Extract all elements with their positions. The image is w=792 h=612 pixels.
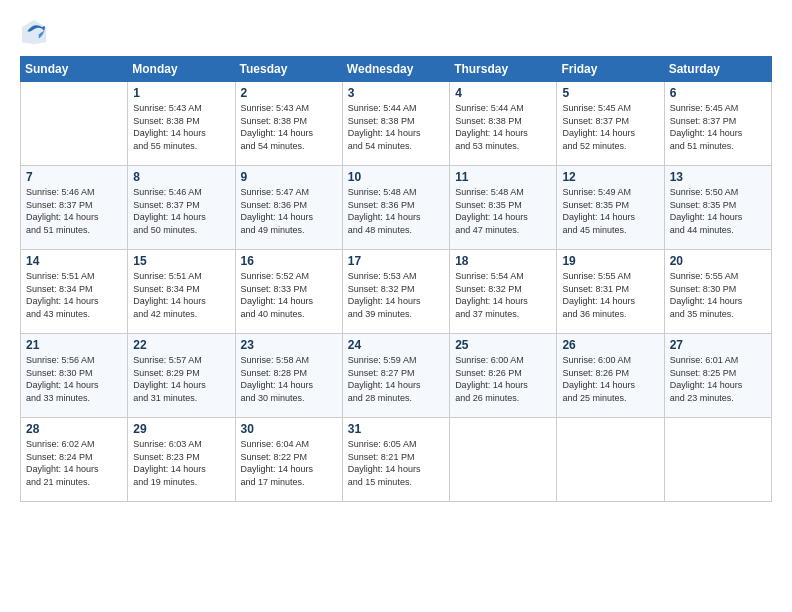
- cell-info: Sunrise: 5:53 AM: [348, 270, 444, 283]
- day-number: 21: [26, 338, 122, 352]
- cell-info: Sunrise: 5:56 AM: [26, 354, 122, 367]
- cell-info: Daylight: 14 hours: [26, 463, 122, 476]
- cell-info: and 25 minutes.: [562, 392, 658, 405]
- calendar-week-row: 1Sunrise: 5:43 AMSunset: 8:38 PMDaylight…: [21, 82, 772, 166]
- day-number: 16: [241, 254, 337, 268]
- cell-info: Daylight: 14 hours: [348, 379, 444, 392]
- cell-info: Daylight: 14 hours: [26, 211, 122, 224]
- logo: [20, 20, 50, 48]
- cell-info: Sunset: 8:27 PM: [348, 367, 444, 380]
- cell-info: Sunrise: 5:48 AM: [348, 186, 444, 199]
- cell-info: Daylight: 14 hours: [455, 295, 551, 308]
- cell-info: Daylight: 14 hours: [26, 379, 122, 392]
- cell-info: and 54 minutes.: [241, 140, 337, 153]
- cell-info: Sunrise: 5:46 AM: [26, 186, 122, 199]
- calendar-cell: 16Sunrise: 5:52 AMSunset: 8:33 PMDayligh…: [235, 250, 342, 334]
- cell-info: Sunrise: 6:00 AM: [562, 354, 658, 367]
- weekday-header: Friday: [557, 57, 664, 82]
- cell-info: Sunset: 8:21 PM: [348, 451, 444, 464]
- cell-info: and 52 minutes.: [562, 140, 658, 153]
- day-number: 24: [348, 338, 444, 352]
- calendar-header-row: SundayMondayTuesdayWednesdayThursdayFrid…: [21, 57, 772, 82]
- day-number: 7: [26, 170, 122, 184]
- calendar-cell: 23Sunrise: 5:58 AMSunset: 8:28 PMDayligh…: [235, 334, 342, 418]
- cell-info: Sunset: 8:36 PM: [241, 199, 337, 212]
- cell-info: and 26 minutes.: [455, 392, 551, 405]
- cell-info: Daylight: 14 hours: [133, 463, 229, 476]
- calendar-week-row: 21Sunrise: 5:56 AMSunset: 8:30 PMDayligh…: [21, 334, 772, 418]
- cell-info: Sunset: 8:34 PM: [133, 283, 229, 296]
- cell-info: Sunset: 8:28 PM: [241, 367, 337, 380]
- day-number: 6: [670, 86, 766, 100]
- cell-info: and 50 minutes.: [133, 224, 229, 237]
- calendar-cell: [664, 418, 771, 502]
- calendar-week-row: 7Sunrise: 5:46 AMSunset: 8:37 PMDaylight…: [21, 166, 772, 250]
- day-number: 23: [241, 338, 337, 352]
- cell-info: Daylight: 14 hours: [455, 211, 551, 224]
- day-number: 19: [562, 254, 658, 268]
- calendar-cell: 12Sunrise: 5:49 AMSunset: 8:35 PMDayligh…: [557, 166, 664, 250]
- cell-info: Sunrise: 5:58 AM: [241, 354, 337, 367]
- cell-info: Daylight: 14 hours: [562, 295, 658, 308]
- cell-info: Daylight: 14 hours: [348, 127, 444, 140]
- cell-info: Sunset: 8:30 PM: [26, 367, 122, 380]
- day-number: 3: [348, 86, 444, 100]
- cell-info: Sunset: 8:30 PM: [670, 283, 766, 296]
- page: SundayMondayTuesdayWednesdayThursdayFrid…: [0, 0, 792, 612]
- day-number: 28: [26, 422, 122, 436]
- cell-info: Sunrise: 5:57 AM: [133, 354, 229, 367]
- cell-info: Daylight: 14 hours: [241, 211, 337, 224]
- cell-info: Sunrise: 5:48 AM: [455, 186, 551, 199]
- day-number: 29: [133, 422, 229, 436]
- cell-info: and 35 minutes.: [670, 308, 766, 321]
- cell-info: Sunset: 8:32 PM: [348, 283, 444, 296]
- cell-info: and 37 minutes.: [455, 308, 551, 321]
- calendar-cell: [21, 82, 128, 166]
- cell-info: Sunrise: 5:44 AM: [348, 102, 444, 115]
- cell-info: Sunrise: 5:54 AM: [455, 270, 551, 283]
- cell-info: Sunset: 8:34 PM: [26, 283, 122, 296]
- day-number: 25: [455, 338, 551, 352]
- cell-info: Sunset: 8:32 PM: [455, 283, 551, 296]
- calendar-cell: 8Sunrise: 5:46 AMSunset: 8:37 PMDaylight…: [128, 166, 235, 250]
- day-number: 13: [670, 170, 766, 184]
- cell-info: and 40 minutes.: [241, 308, 337, 321]
- cell-info: and 45 minutes.: [562, 224, 658, 237]
- cell-info: Sunset: 8:35 PM: [455, 199, 551, 212]
- day-number: 20: [670, 254, 766, 268]
- cell-info: Daylight: 14 hours: [241, 295, 337, 308]
- cell-info: Daylight: 14 hours: [348, 463, 444, 476]
- cell-info: Sunset: 8:37 PM: [133, 199, 229, 212]
- calendar-week-row: 28Sunrise: 6:02 AMSunset: 8:24 PMDayligh…: [21, 418, 772, 502]
- cell-info: Daylight: 14 hours: [562, 379, 658, 392]
- cell-info: Sunrise: 5:51 AM: [133, 270, 229, 283]
- calendar-cell: 6Sunrise: 5:45 AMSunset: 8:37 PMDaylight…: [664, 82, 771, 166]
- cell-info: Sunrise: 5:45 AM: [562, 102, 658, 115]
- cell-info: and 23 minutes.: [670, 392, 766, 405]
- day-number: 17: [348, 254, 444, 268]
- day-number: 30: [241, 422, 337, 436]
- cell-info: Sunset: 8:31 PM: [562, 283, 658, 296]
- cell-info: Daylight: 14 hours: [26, 295, 122, 308]
- day-number: 1: [133, 86, 229, 100]
- cell-info: Daylight: 14 hours: [348, 211, 444, 224]
- day-number: 5: [562, 86, 658, 100]
- cell-info: Sunrise: 5:52 AM: [241, 270, 337, 283]
- calendar-cell: 2Sunrise: 5:43 AMSunset: 8:38 PMDaylight…: [235, 82, 342, 166]
- cell-info: Sunset: 8:35 PM: [670, 199, 766, 212]
- cell-info: Sunset: 8:24 PM: [26, 451, 122, 464]
- cell-info: Sunrise: 5:59 AM: [348, 354, 444, 367]
- cell-info: Sunrise: 5:43 AM: [241, 102, 337, 115]
- cell-info: Sunrise: 5:46 AM: [133, 186, 229, 199]
- cell-info: Sunset: 8:29 PM: [133, 367, 229, 380]
- cell-info: Sunrise: 5:55 AM: [670, 270, 766, 283]
- day-number: 26: [562, 338, 658, 352]
- cell-info: and 51 minutes.: [26, 224, 122, 237]
- cell-info: Sunset: 8:25 PM: [670, 367, 766, 380]
- cell-info: Sunrise: 5:45 AM: [670, 102, 766, 115]
- cell-info: and 55 minutes.: [133, 140, 229, 153]
- calendar-cell: 3Sunrise: 5:44 AMSunset: 8:38 PMDaylight…: [342, 82, 449, 166]
- cell-info: and 47 minutes.: [455, 224, 551, 237]
- cell-info: Sunset: 8:35 PM: [562, 199, 658, 212]
- calendar-cell: 13Sunrise: 5:50 AMSunset: 8:35 PMDayligh…: [664, 166, 771, 250]
